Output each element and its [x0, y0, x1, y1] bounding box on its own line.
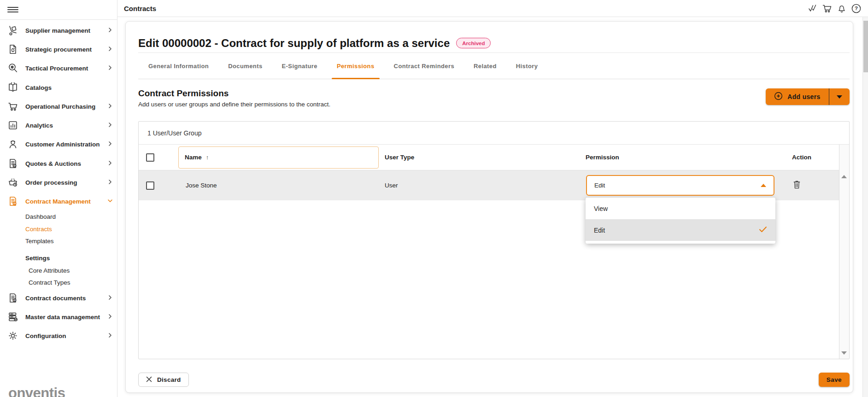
- sidebar-item-templates[interactable]: Templates: [0, 235, 117, 246]
- sidebar-item-contract-documents[interactable]: $ Contract documents: [0, 291, 117, 305]
- title-row: Edit 00000002 - Contract for supply of p…: [138, 22, 850, 53]
- sidebar-item-label: Order processing: [25, 179, 77, 186]
- chevron-down-icon: [108, 197, 112, 205]
- sidebar-item-master-data-management[interactable]: Master data management: [0, 310, 117, 324]
- add-users-split-button: Add users: [766, 88, 850, 105]
- tab-permissions[interactable]: Permissions: [327, 53, 384, 79]
- sidebar-item-contract-management[interactable]: $ Contract Management: [0, 194, 117, 208]
- section-header-row: Contract Permissions Add users or user g…: [138, 88, 850, 108]
- sidebar-item-label: Master data management: [25, 314, 100, 321]
- sidebar-item-order-processing[interactable]: Order processing: [0, 175, 117, 189]
- cart-icon[interactable]: [821, 2, 833, 15]
- row-name-cell: Jose Stone: [178, 182, 385, 189]
- dropdown-option-view[interactable]: View: [586, 198, 775, 219]
- sidebar-item-label: Configuration: [25, 333, 66, 339]
- permission-select[interactable]: Edit: [586, 175, 774, 196]
- close-x-icon: [146, 376, 152, 384]
- add-users-label: Add users: [787, 93, 820, 100]
- chevron-right-icon: [108, 26, 112, 35]
- sidebar-item-dashboard[interactable]: Dashboard: [0, 211, 117, 222]
- svg-text:?: ?: [855, 6, 858, 11]
- sidebar: Supplier management Strategic procuremen…: [0, 0, 117, 397]
- add-users-button[interactable]: Add users: [766, 88, 828, 105]
- caret-up-icon: [761, 184, 766, 187]
- sidebar-item-label: Operational Purchasing: [25, 103, 95, 110]
- header-user-type-cell: User Type: [385, 154, 586, 161]
- row-user-type-cell: User: [385, 182, 586, 189]
- scroll-up-arrow[interactable]: [841, 175, 847, 178]
- approvals-icon[interactable]: [806, 2, 818, 15]
- section-description: Add users or user groups and define thei…: [138, 101, 330, 108]
- tab-history[interactable]: History: [506, 53, 548, 79]
- sidebar-item-core-attributes[interactable]: Core Attributes: [0, 265, 117, 276]
- gear-icon: [6, 329, 19, 342]
- bar-chart-icon: [6, 119, 19, 132]
- admin-person-icon: [6, 138, 19, 151]
- sidebar-item-label: Contract Management: [25, 198, 91, 205]
- hand-truck-icon: [6, 24, 19, 37]
- help-icon[interactable]: ?: [850, 2, 862, 15]
- row-checkbox[interactable]: [146, 181, 154, 190]
- tab-e-signature[interactable]: E-Signature: [272, 53, 327, 79]
- scroll-down-arrow[interactable]: [841, 351, 847, 355]
- hamburger-menu-icon[interactable]: [7, 6, 18, 14]
- select-all-checkbox[interactable]: [146, 153, 154, 162]
- sidebar-item-label: Templates: [25, 238, 54, 245]
- sidebar-item-analytics[interactable]: Analytics: [0, 118, 117, 132]
- user-group-count: 1 User/User Group: [147, 129, 201, 137]
- table-row: Jose Stone User Edit: [139, 170, 849, 200]
- row-checkbox-cell: [139, 181, 178, 190]
- delete-row-button[interactable]: [792, 180, 802, 191]
- sidebar-item-label: Dashboard: [25, 213, 56, 220]
- chevron-right-icon: [108, 45, 112, 53]
- sidebar-item-strategic-procurement[interactable]: Strategic procurement: [0, 42, 117, 56]
- caret-down-icon: [837, 95, 842, 99]
- document-dollar-icon: $: [6, 195, 19, 208]
- chevron-right-icon: [108, 102, 112, 111]
- sidebar-item-customer-administration[interactable]: Customer Administration: [0, 137, 117, 151]
- basket-clock-icon: [6, 176, 19, 189]
- plus-circle-icon: [774, 92, 783, 102]
- sidebar-item-operational-purchasing[interactable]: Operational Purchasing: [0, 99, 117, 113]
- header-checkbox-cell: [139, 153, 178, 162]
- svg-text:$: $: [14, 202, 15, 205]
- sidebar-item-label: Settings: [25, 255, 50, 262]
- dropdown-option-edit[interactable]: Edit: [586, 219, 775, 241]
- table-count-bar: 1 User/User Group: [139, 122, 849, 145]
- sidebar-header: [0, 0, 117, 20]
- page-scrollbar[interactable]: [862, 17, 868, 397]
- chevron-right-icon: [108, 313, 112, 321]
- table-scrollbar[interactable]: [839, 145, 849, 359]
- notifications-bell-icon[interactable]: [835, 2, 848, 15]
- sidebar-item-label: Catalogs: [25, 84, 52, 91]
- server-stack-icon: [6, 310, 19, 323]
- sidebar-item-label: Contract Types: [29, 279, 70, 286]
- save-button[interactable]: Save: [819, 373, 850, 387]
- main-content-card: Edit 00000002 - Contract for supply of p…: [125, 21, 853, 393]
- sidebar-item-quotes-auctions[interactable]: % Quotes & Auctions: [0, 157, 117, 170]
- add-users-dropdown-button[interactable]: [829, 88, 850, 105]
- option-label: Edit: [594, 227, 605, 234]
- sidebar-item-catalogs[interactable]: Catalogs: [0, 81, 117, 94]
- sidebar-item-supplier-management[interactable]: Supplier management: [0, 23, 117, 37]
- column-name-label: Name: [185, 154, 202, 161]
- sidebar-item-configuration[interactable]: Configuration: [0, 329, 117, 343]
- sidebar-item-settings[interactable]: Settings: [0, 252, 117, 263]
- sidebar-item-contracts[interactable]: Contracts: [0, 223, 117, 234]
- sort-ascending-icon[interactable]: ↑: [206, 154, 209, 161]
- chevron-right-icon: [108, 178, 112, 187]
- open-book-icon: [6, 81, 19, 94]
- discard-button[interactable]: Discard: [138, 373, 189, 387]
- tab-contract-reminders[interactable]: Contract Reminders: [384, 53, 464, 79]
- name-sort-header[interactable]: Name ↑: [178, 146, 379, 169]
- tab-general-information[interactable]: General Information: [139, 53, 218, 79]
- sidebar-item-label: Supplier management: [25, 27, 90, 34]
- tab-documents[interactable]: Documents: [218, 53, 272, 79]
- tab-related[interactable]: Related: [464, 53, 506, 79]
- sidebar-item-label: Contracts: [25, 226, 52, 233]
- sidebar-item-label: Strategic procurement: [25, 46, 92, 53]
- sidebar-item-label: Core Attributes: [29, 267, 70, 274]
- sidebar-item-contract-types[interactable]: Contract Types: [0, 277, 117, 288]
- page-scrollbar-thumb[interactable]: [863, 21, 868, 72]
- sidebar-item-tactical-procurement[interactable]: Tactical Procurement: [0, 61, 117, 75]
